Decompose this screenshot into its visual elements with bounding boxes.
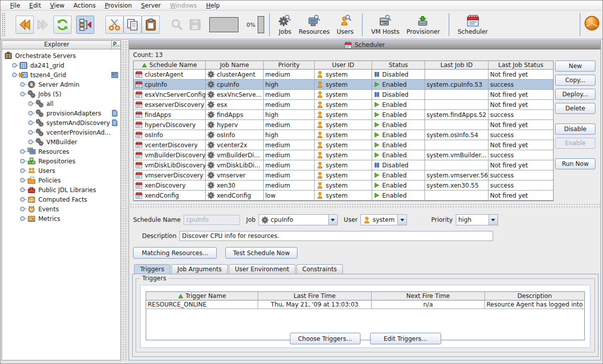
- trigger-row-resource-online[interactable]: RESOURCE_ONLINEThu, May 21, '09 at 13:03…: [146, 300, 584, 309]
- tree-expander-icon[interactable]: [20, 178, 25, 183]
- tree-item-metrics[interactable]: Metrics: [2, 214, 120, 223]
- column-header-last-job-id[interactable]: Last Job ID: [425, 61, 489, 70]
- run-now-button[interactable]: Run Now: [555, 158, 595, 169]
- tree-item-public-jdl-libraries[interactable]: Public JDL Libraries: [2, 185, 120, 195]
- back-button[interactable]: [16, 16, 34, 34]
- tree-item-vmbuilder[interactable]: VMBuilder: [2, 137, 120, 147]
- tab-job-arguments[interactable]: Job Arguments: [171, 264, 228, 274]
- tree-expander-icon[interactable]: [28, 120, 33, 125]
- horizontal-splitter[interactable]: [129, 203, 600, 208]
- schedule-row-hypervdiscovery[interactable]: hypervDiscoveryhypervmediumsystemEnabled…: [134, 120, 553, 130]
- tree-expander-icon[interactable]: [28, 101, 33, 106]
- toolbar-button-jobs[interactable]: Jobs: [275, 13, 295, 36]
- schedule-row-osinfo[interactable]: osInfoosInfohighsystemEnabledsystem.osIn…: [134, 130, 553, 140]
- tree-item-repositories[interactable]: Repositories: [2, 156, 120, 166]
- schedule-row-cpuinfo[interactable]: cpuInfocpuInfohighsystemEnabledsystem.cp…: [134, 80, 553, 90]
- tree-item-resources[interactable]: Resources: [2, 147, 120, 156]
- tree-expander-icon[interactable]: [20, 159, 25, 163]
- schedule-row-esxvncserverconfig[interactable]: esxVncServerConfigesxVncServe...mediumsy…: [134, 90, 553, 100]
- tree-expander-icon[interactable]: [28, 130, 33, 135]
- priority-select[interactable]: high: [456, 214, 498, 225]
- menu-server[interactable]: Server: [138, 2, 164, 10]
- tree-expander-icon[interactable]: [20, 197, 25, 202]
- menu-actions[interactable]: Actions: [70, 2, 99, 10]
- deploy-button[interactable]: Deploy...: [555, 89, 595, 100]
- schedule-row-esxserverdiscovery[interactable]: esxserverDiscoveryesxmediumsystemEnabled…: [134, 100, 553, 110]
- paste-button[interactable]: [142, 16, 160, 34]
- menu-help[interactable]: Help: [203, 2, 223, 10]
- schedule-row-vcenterdiscovery[interactable]: vcenterDiscoveryvcenter2xmediumsystemEna…: [134, 140, 553, 150]
- policy-column-header[interactable]: P...: [112, 41, 120, 49]
- matching-resources-button[interactable]: Matching Resources...: [133, 247, 217, 259]
- refresh-button[interactable]: [53, 16, 72, 34]
- tree-expander-icon[interactable]: [20, 168, 25, 173]
- toggle-tree-button[interactable]: [76, 16, 94, 34]
- tree-expander-icon[interactable]: [20, 92, 25, 96]
- schedule-row-vmbuilderdiscovery[interactable]: vmBuilderDiscoveryvmBuilderDi...mediumsy…: [134, 150, 553, 160]
- tab-user-environment[interactable]: User Environment: [229, 264, 295, 274]
- cut-button[interactable]: [105, 16, 124, 34]
- tree-expander-icon[interactable]: [20, 82, 25, 87]
- delete-button[interactable]: Delete: [555, 103, 595, 114]
- tree-expander-icon[interactable]: [20, 207, 25, 211]
- tree-expander-icon[interactable]: [12, 73, 17, 77]
- tree-item-systemanddiscovery[interactable]: systemAndDiscovery: [2, 118, 120, 128]
- tree-item-orchestrate-servers[interactable]: Orchestrate Servers: [2, 51, 120, 60]
- tree-item-computed-facts[interactable]: Computed Facts: [2, 195, 120, 204]
- column-header-user-id[interactable]: User ID: [315, 61, 372, 70]
- test-schedule-now-button[interactable]: Test Schedule Now: [225, 247, 297, 259]
- column-header-last-fire-time[interactable]: Last Fire Time: [258, 292, 372, 300]
- tree-expander-icon[interactable]: [20, 188, 25, 192]
- tree-item-jobs-5[interactable]: Jobs (5): [2, 89, 120, 99]
- menu-view[interactable]: View: [46, 2, 68, 10]
- vertical-splitter[interactable]: [122, 40, 128, 360]
- choose-triggers-button[interactable]: Choose Triggers...: [290, 333, 360, 344]
- tree-item-events[interactable]: Events: [2, 204, 120, 214]
- copy-button[interactable]: [124, 16, 142, 34]
- tree-expander-icon[interactable]: [28, 140, 33, 144]
- explorer-header-label[interactable]: Explorer: [2, 41, 112, 49]
- toolbar-button-provisioner[interactable]: Provisioner: [403, 13, 443, 36]
- column-header-priority[interactable]: Priority: [264, 61, 315, 70]
- user-select[interactable]: system: [360, 214, 407, 225]
- tree-expander-icon[interactable]: [20, 216, 25, 221]
- new-button[interactable]: New: [555, 60, 595, 72]
- schedule-row-vmserverdiscovery[interactable]: vmserverDiscoveryvmservermediumsystemEna…: [134, 170, 553, 180]
- tree-expander-icon[interactable]: [20, 149, 25, 154]
- menu-edit[interactable]: Edit: [26, 2, 44, 10]
- tab-triggers[interactable]: Triggers: [134, 264, 170, 274]
- tree-item-tszen4-grid[interactable]: tszen4_Grid: [2, 70, 120, 80]
- tree-item-policies[interactable]: Policies: [2, 175, 120, 185]
- toolbar-button-vm-hosts[interactable]: VM Hosts: [368, 13, 403, 36]
- schedule-row-vmdisklibdiscovery[interactable]: vmDiskLibDiscoveryvmDiskLibDi...mediumsy…: [134, 160, 553, 170]
- menu-provision[interactable]: Provision: [101, 2, 136, 10]
- tree-item-server-admin[interactable]: Server Admin: [2, 80, 120, 89]
- job-select[interactable]: cpuInfo: [259, 214, 338, 225]
- schedule-row-findapps[interactable]: findAppsfindAppshighsystemEnabledsystem.…: [134, 110, 553, 120]
- schedule-row-clusteragent[interactable]: clusterAgentclusterAgentmediumsystemDisa…: [134, 70, 553, 80]
- disable-button[interactable]: Disable: [555, 124, 595, 135]
- menu-file[interactable]: File: [7, 2, 24, 10]
- column-header-status[interactable]: Status: [372, 61, 425, 70]
- edit-triggers-button[interactable]: Edit Triggers...: [370, 333, 441, 344]
- tree-item-users[interactable]: Users: [2, 166, 120, 175]
- tree-item-provisionadapters[interactable]: provisionAdapters: [2, 108, 120, 118]
- toolbar-button-resources[interactable]: Resources: [295, 13, 333, 36]
- column-header-schedule-name[interactable]: Schedule Name: [134, 61, 206, 70]
- tree-item-vcenterprovisionad[interactable]: vcenterProvisionAd...: [2, 128, 120, 137]
- schedule-row-xendiscovery[interactable]: xenDiscoveryxen30mediumsystemEnabledsyst…: [134, 180, 553, 191]
- toolbar-button-scheduler[interactable]: Scheduler: [454, 13, 492, 36]
- tree-item-all[interactable]: all: [2, 99, 120, 108]
- column-header-next-fire-time[interactable]: Next Fire Time: [372, 292, 485, 300]
- tree-expander-icon[interactable]: [28, 111, 33, 115]
- tree-item-da241-grid[interactable]: da241_grid: [2, 60, 120, 70]
- toolbar-button-users[interactable]: Users: [333, 13, 357, 36]
- schedule-row-xendconfig[interactable]: xendConfigxendConfiglowsystemEnabledNot …: [134, 191, 553, 201]
- description-input[interactable]: [179, 231, 493, 241]
- column-header-last-job-status[interactable]: Last Job Status: [489, 61, 553, 70]
- tree-expander-icon[interactable]: [12, 63, 17, 68]
- tab-constraints[interactable]: Constraints: [296, 264, 343, 274]
- column-header-description[interactable]: Description: [485, 292, 584, 300]
- column-header-trigger-name[interactable]: Trigger Name: [146, 292, 258, 300]
- copy-button[interactable]: Copy...: [555, 75, 595, 86]
